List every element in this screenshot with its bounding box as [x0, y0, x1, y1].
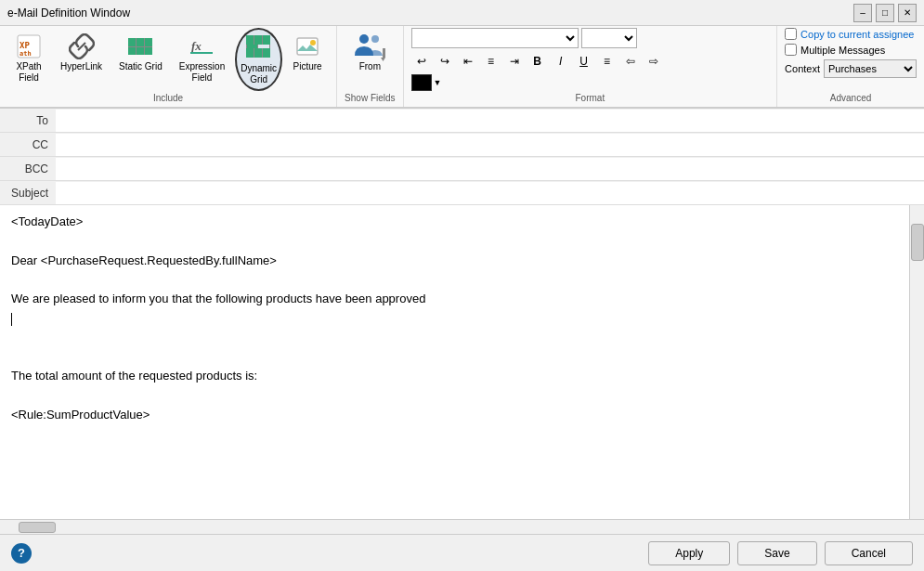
bcc-row: BCC	[0, 157, 924, 181]
window-controls: – □ ✕	[853, 4, 917, 22]
svg-point-8	[359, 34, 369, 44]
dynamic-grid-icon	[244, 33, 274, 63]
font-select[interactable]	[411, 28, 579, 48]
copy-checkbox-row: Copy to current assignee	[785, 28, 914, 40]
size-select[interactable]	[581, 28, 637, 48]
cc-label: CC	[0, 138, 56, 151]
save-button[interactable]: Save	[737, 541, 816, 565]
showfields-items: From	[348, 28, 391, 91]
align-left-button[interactable]: ⇤	[458, 51, 478, 71]
dynamic-grid-label: DynamicGrid	[241, 63, 277, 85]
close-button[interactable]: ✕	[898, 4, 917, 22]
cancel-button[interactable]: Cancel	[825, 541, 913, 565]
ribbon-main-row: XP ath XPathField HyperLink	[0, 26, 924, 107]
dynamic-grid-button[interactable]: DynamicGrid	[235, 28, 282, 91]
redo-button[interactable]: ↪	[435, 51, 455, 71]
static-grid-button[interactable]: Static Grid	[112, 28, 169, 76]
bold-button[interactable]: B	[527, 51, 548, 71]
body-line-6	[11, 309, 898, 329]
multiple-checkbox[interactable]	[785, 44, 797, 56]
ribbon-group-showfields: From Show Fields	[337, 26, 403, 107]
indent-right-button[interactable]: ⇨	[644, 51, 664, 71]
svg-rect-5	[190, 52, 213, 54]
align-center-button[interactable]: ≡	[481, 51, 501, 71]
minimize-button[interactable]: –	[853, 4, 872, 22]
expression-icon: fx	[187, 32, 216, 61]
hyperlink-icon	[67, 32, 97, 61]
body-line-4	[11, 270, 898, 290]
window-title: e-Mail Definition Window	[7, 6, 130, 19]
multiple-label: Multiple Messages	[800, 45, 885, 56]
include-items: XP ath XPathField HyperLink	[7, 28, 329, 91]
footer-buttons: Apply Save Cancel	[648, 541, 913, 565]
color-picker[interactable]: ▼	[411, 74, 442, 91]
color-dropdown-arrow: ▼	[434, 78, 442, 87]
context-select[interactable]: Purchases	[824, 59, 917, 78]
body-editor[interactable]: <TodayDate> Dear <PurchaseRequest.Reques…	[0, 205, 909, 519]
vertical-scrollbar[interactable]	[909, 205, 924, 519]
include-label: Include	[153, 93, 183, 105]
svg-text:fx: fx	[191, 39, 202, 53]
picture-icon	[293, 32, 322, 61]
color-swatch	[411, 74, 432, 91]
undo-button[interactable]: ↩	[411, 51, 432, 71]
bcc-input[interactable]	[56, 158, 924, 180]
help-button[interactable]: ?	[11, 543, 32, 564]
format-row-3: ▼	[411, 74, 442, 91]
expression-field-button[interactable]: fx ExpressionField	[173, 28, 231, 87]
static-grid-icon	[125, 32, 155, 61]
horizontal-scrollbar[interactable]	[0, 519, 924, 534]
svg-point-7	[310, 40, 316, 45]
cc-input[interactable]	[56, 134, 924, 156]
underline-button[interactable]: U	[574, 51, 594, 71]
copy-checkbox[interactable]	[785, 28, 797, 40]
multiple-checkbox-row: Multiple Messages	[785, 44, 885, 56]
subject-input[interactable]	[56, 182, 924, 204]
hyperlink-label: HyperLink	[60, 61, 102, 72]
body-wrap: <TodayDate> Dear <PurchaseRequest.Reques…	[0, 205, 924, 519]
footer-left: ?	[11, 543, 32, 564]
picture-label: Picture	[293, 61, 322, 72]
to-label: To	[0, 114, 56, 127]
body-line-2	[11, 232, 898, 252]
ribbon: XP ath XPathField HyperLink	[0, 26, 924, 109]
subject-label: Subject	[0, 187, 56, 200]
hscrollbar-thumb[interactable]	[19, 522, 56, 533]
format-label: Format	[575, 93, 605, 105]
svg-rect-10	[383, 48, 385, 58]
picture-button[interactable]: Picture	[286, 28, 329, 76]
context-row: Context Purchases	[785, 59, 917, 78]
showfields-label: Show Fields	[345, 93, 395, 105]
footer: ? Apply Save Cancel	[0, 534, 924, 571]
format-row-2: ↩ ↪ ⇤ ≡ ⇥ B I U ≡ ⇦ ⇨	[411, 51, 664, 71]
cursor	[11, 313, 12, 326]
svg-text:ath: ath	[20, 50, 32, 58]
format-items: ↩ ↪ ⇤ ≡ ⇥ B I U ≡ ⇦ ⇨ ▼	[411, 28, 770, 91]
svg-marker-11	[381, 58, 385, 61]
subject-row: Subject	[0, 181, 924, 205]
email-form: To CC BCC Subject <TodayDate> Dear <Purc…	[0, 109, 924, 534]
to-row: To	[0, 109, 924, 133]
advanced-label: Advanced	[830, 93, 871, 105]
from-label: From	[359, 61, 381, 72]
format-row-1	[411, 28, 637, 48]
body-line-7	[11, 329, 898, 348]
scrollbar-thumb[interactable]	[911, 224, 924, 261]
hyperlink-button[interactable]: HyperLink	[54, 28, 109, 76]
svg-text:XP: XP	[20, 41, 30, 50]
to-input[interactable]	[56, 110, 924, 132]
apply-button[interactable]: Apply	[648, 541, 730, 565]
indent-left-button[interactable]: ⇦	[620, 51, 641, 71]
list-button[interactable]: ≡	[597, 51, 618, 71]
cc-row: CC	[0, 133, 924, 157]
xpath-field-button[interactable]: XP ath XPathField	[7, 28, 50, 87]
ribbon-group-include: XP ath XPathField HyperLink	[0, 26, 337, 107]
from-button[interactable]: From	[348, 28, 391, 76]
body-line-9: The total amount of the requested produc…	[11, 367, 898, 386]
maximize-button[interactable]: □	[876, 4, 894, 22]
context-label: Context	[785, 63, 820, 74]
body-line-1: <TodayDate>	[11, 213, 898, 232]
align-right-button[interactable]: ⇥	[504, 51, 525, 71]
xpath-label: XPathField	[16, 61, 41, 84]
italic-button[interactable]: I	[551, 51, 571, 71]
